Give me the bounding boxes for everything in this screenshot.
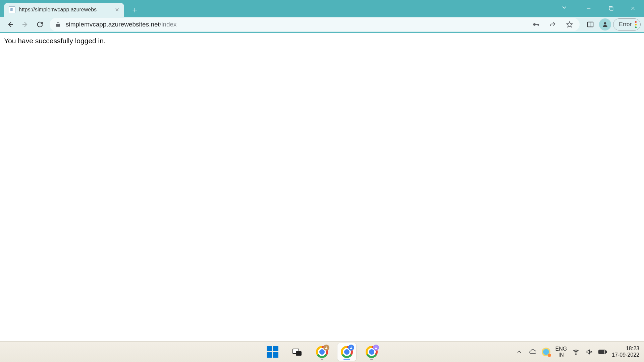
tab-close-button[interactable]	[114, 7, 120, 13]
url-text: simplemvcapp.azurewebsites.net/index	[66, 21, 525, 28]
bookmark-icon[interactable]	[564, 18, 576, 31]
saved-passwords-icon[interactable]	[530, 18, 542, 31]
lang-bottom: IN	[558, 352, 564, 358]
error-chip-label: Error	[619, 21, 632, 28]
svg-point-8	[604, 22, 606, 24]
chrome-icon	[316, 346, 328, 358]
forward-button[interactable]	[18, 18, 32, 31]
chrome-icon	[341, 346, 353, 358]
clock[interactable]: 18:23 17-09-2022	[612, 346, 639, 358]
taskbar-app-chrome-1[interactable]	[313, 343, 331, 361]
lock-icon[interactable]	[55, 21, 61, 27]
svg-point-13	[375, 346, 376, 347]
task-view-button[interactable]	[288, 343, 307, 361]
battery-icon[interactable]	[598, 348, 607, 356]
login-success-message: You have successfully logged in.	[4, 37, 106, 45]
svg-rect-6	[537, 24, 538, 25]
windows-logo-icon	[267, 346, 278, 358]
svg-rect-2	[610, 7, 613, 10]
url-domain: simplemvcapp.azurewebsites.net	[66, 21, 160, 28]
address-bar[interactable]: simplemvcapp.azurewebsites.net/index	[50, 18, 580, 31]
start-button[interactable]	[263, 343, 282, 361]
system-tray: ENG IN 18:23 17-09-2022	[515, 346, 641, 358]
profile-badge-icon	[348, 345, 354, 351]
browser-toolbar: simplemvcapp.azurewebsites.net/index Err…	[0, 17, 644, 33]
date: 17-09-2022	[612, 352, 639, 358]
windows-taskbar: ENG IN 18:23 17-09-2022	[0, 341, 644, 362]
svg-rect-17	[599, 351, 604, 353]
profile-avatar[interactable]	[599, 18, 611, 31]
side-panel-button[interactable]	[584, 18, 597, 31]
tab-title: https://simplemvcapp.azurewebs	[19, 7, 111, 13]
volume-muted-icon[interactable]	[585, 348, 594, 356]
tray-overflow-button[interactable]	[515, 348, 524, 356]
tab-favicon	[9, 6, 15, 13]
extensions-error-chip[interactable]: Error	[613, 18, 641, 31]
share-icon[interactable]	[547, 18, 559, 31]
chrome-menu-icon	[635, 21, 637, 28]
wifi-icon[interactable]	[572, 348, 580, 356]
svg-point-11	[326, 346, 327, 347]
news-weather-icon[interactable]	[542, 348, 550, 356]
onedrive-icon[interactable]	[528, 348, 537, 356]
browser-tab[interactable]: https://simplemvcapp.azurewebs	[4, 3, 124, 17]
url-path: /index	[160, 21, 177, 28]
svg-rect-7	[588, 22, 593, 27]
svg-rect-0	[11, 8, 13, 11]
browser-tab-strip: https://simplemvcapp.azurewebs	[0, 0, 644, 17]
task-view-icon	[292, 348, 302, 356]
taskbar-app-chrome-3[interactable]	[362, 343, 381, 361]
back-button[interactable]	[3, 18, 17, 31]
reload-button[interactable]	[33, 18, 47, 31]
lang-top: ENG	[555, 346, 567, 352]
chrome-icon	[366, 346, 378, 358]
time: 18:23	[626, 346, 639, 352]
svg-rect-10	[296, 351, 302, 356]
profile-badge-icon	[323, 345, 329, 351]
tabs-dropdown-button[interactable]	[556, 0, 572, 15]
svg-rect-5	[538, 24, 539, 26]
window-maximize-button[interactable]	[600, 1, 622, 16]
new-tab-button[interactable]	[129, 4, 141, 16]
profile-badge-icon	[373, 345, 379, 351]
window-minimize-button[interactable]	[578, 1, 600, 16]
page-viewport: You have successfully logged in.	[0, 33, 644, 341]
window-controls	[578, 0, 644, 17]
language-indicator[interactable]: ENG IN	[555, 346, 567, 358]
svg-rect-16	[606, 351, 607, 353]
taskbar-app-chrome-2[interactable]	[337, 343, 356, 361]
svg-point-12	[351, 346, 352, 347]
window-close-button[interactable]	[622, 1, 644, 16]
svg-point-14	[576, 354, 576, 354]
